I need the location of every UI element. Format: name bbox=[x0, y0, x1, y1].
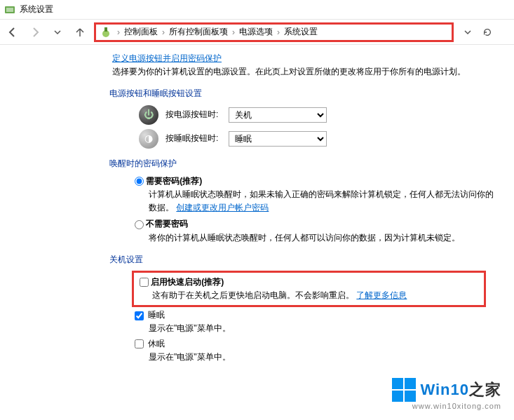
nav-row: › 控制面板 › 所有控制面板项 › 电源选项 › 系统设置 bbox=[0, 20, 514, 45]
checkbox-sleep[interactable]: 睡眠 显示在"电源"菜单中。 bbox=[135, 309, 500, 335]
sleep-button-label: 按睡眠按钮时: bbox=[165, 132, 222, 145]
watermark-brand-main: Win10 bbox=[420, 381, 469, 398]
windows-logo-icon bbox=[392, 378, 416, 402]
learn-more-link[interactable]: 了解更多信息 bbox=[356, 290, 407, 300]
app-icon bbox=[4, 4, 15, 15]
radio-require-label: 需要密码(推荐) bbox=[146, 176, 202, 186]
sleep-desc: 显示在"电源"菜单中。 bbox=[149, 322, 500, 335]
power-options-icon bbox=[100, 27, 111, 38]
define-power-buttons-link[interactable]: 定义电源按钮并启用密码保护 bbox=[112, 53, 222, 63]
up-button[interactable] bbox=[72, 24, 88, 41]
sleep-checkbox[interactable] bbox=[135, 311, 144, 320]
section-power-buttons: 电源按钮和睡眠按钮设置 bbox=[109, 87, 500, 100]
section-shutdown: 关机设置 bbox=[109, 253, 500, 266]
back-button[interactable] bbox=[4, 24, 21, 41]
create-change-password-link[interactable]: 创建或更改用户帐户密码 bbox=[176, 203, 269, 212]
fast-startup-desc: 这有助于在关机之后更快地启动电脑。不会影响重启。 了解更多信息 bbox=[152, 289, 478, 302]
power-button-select[interactable]: 关机 bbox=[229, 107, 327, 123]
sleep-button-select[interactable]: 睡眠 bbox=[229, 131, 327, 147]
radio-no-password[interactable]: 不需要密码 将你的计算机从睡眠状态唤醒时，任何人都可以访问你的数据，因为计算机未… bbox=[135, 217, 500, 244]
svg-rect-1 bbox=[6, 8, 13, 12]
power-button-label: 按电源按钮时: bbox=[165, 108, 222, 121]
chevron-right-icon: › bbox=[231, 27, 236, 37]
window-title-bar: 系统设置 bbox=[0, 0, 514, 20]
section-wake-password: 唤醒时的密码保护 bbox=[109, 157, 500, 170]
breadcrumb[interactable]: › 控制面板 › 所有控制面板项 › 电源选项 › 系统设置 bbox=[94, 22, 454, 42]
radio-norequire-label: 不需要密码 bbox=[146, 219, 188, 229]
watermark-url: www.win10xitong.com bbox=[392, 402, 501, 410]
radio-require-desc: 计算机从睡眠状态唤醒时，如果未输入正确的密码来解除计算机锁定，任何人都无法访问你… bbox=[149, 188, 500, 215]
radio-norequire-desc: 将你的计算机从睡眠状态唤醒时，任何人都可以访问你的数据，因为计算机未锁定。 bbox=[149, 231, 500, 245]
breadcrumb-item[interactable]: 电源选项 bbox=[238, 26, 274, 38]
hibernate-desc: 显示在"电源"菜单中。 bbox=[149, 351, 500, 364]
refresh-button[interactable] bbox=[479, 24, 496, 41]
content-area: 定义电源按钮并启用密码保护 选择要为你的计算机设置的电源设置。在此页上对设置所做… bbox=[0, 45, 514, 372]
page-description: 选择要为你的计算机设置的电源设置。在此页上对设置所做的更改将应用于你所有的电源计… bbox=[112, 65, 500, 79]
fast-startup-highlight: 启用快速启动(推荐) 这有助于在关机之后更快地启动电脑。不会影响重启。 了解更多… bbox=[132, 271, 486, 307]
window-title: 系统设置 bbox=[20, 4, 53, 15]
recent-dropdown[interactable] bbox=[49, 24, 66, 41]
sleep-label: 睡眠 bbox=[148, 310, 165, 320]
power-button-row: 按电源按钮时: 关机 bbox=[112, 105, 500, 125]
radio-require-input[interactable] bbox=[135, 177, 144, 186]
radio-norequire-input[interactable] bbox=[135, 220, 144, 229]
watermark-brand-suffix: 之家 bbox=[469, 381, 501, 398]
breadcrumb-item[interactable]: 所有控制面板项 bbox=[168, 26, 229, 38]
forward-button[interactable] bbox=[27, 24, 43, 41]
fast-startup-checkbox[interactable] bbox=[140, 278, 149, 287]
checkbox-hibernate[interactable]: 休眠 显示在"电源"菜单中。 bbox=[135, 337, 500, 364]
power-icon bbox=[139, 105, 158, 125]
sleep-button-row: 按睡眠按钮时: 睡眠 bbox=[112, 129, 500, 149]
chevron-right-icon: › bbox=[276, 27, 281, 37]
checkbox-fast-startup[interactable]: 启用快速启动(推荐) 这有助于在关机之后更快地启动电脑。不会影响重启。 了解更多… bbox=[140, 276, 478, 302]
fast-startup-label: 启用快速启动(推荐) bbox=[151, 277, 224, 287]
hibernate-checkbox[interactable] bbox=[135, 339, 144, 348]
radio-require-password[interactable]: 需要密码(推荐) 计算机从睡眠状态唤醒时，如果未输入正确的密码来解除计算机锁定，… bbox=[135, 175, 500, 215]
svg-rect-3 bbox=[104, 27, 107, 32]
watermark: Win10之家 www.win10xitong.com bbox=[392, 378, 501, 410]
chevron-right-icon: › bbox=[116, 27, 121, 37]
sleep-icon bbox=[139, 129, 158, 149]
address-dropdown[interactable] bbox=[459, 24, 476, 41]
breadcrumb-item[interactable]: 控制面板 bbox=[123, 26, 159, 38]
chevron-right-icon: › bbox=[161, 27, 166, 37]
breadcrumb-item[interactable]: 系统设置 bbox=[283, 26, 319, 38]
hibernate-label: 休眠 bbox=[148, 339, 165, 348]
